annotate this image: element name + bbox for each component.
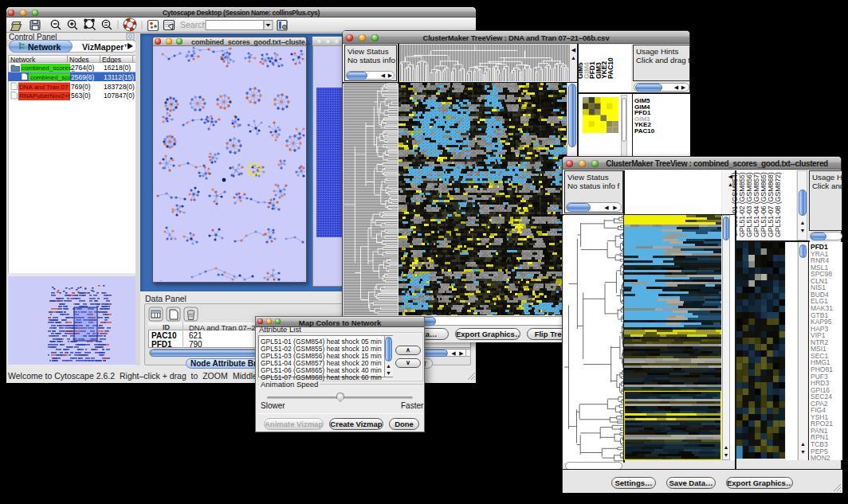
svg-text:combined_scores_: combined_scores_ — [22, 64, 76, 72]
svg-text:combined_sco: combined_sco — [30, 74, 72, 81]
svg-text:2764(0)16218(0) 769(0)183728(0: 2764(0)16218(0) 769(0)183728(0) 563(0)10… — [71, 64, 136, 100]
svg-text:Search:: Search: — [180, 20, 209, 29]
svg-text:DNA and Tran 07RNAPuberNov2+f: DNA and Tran 07RNAPuberNov2+f — [19, 84, 71, 100]
